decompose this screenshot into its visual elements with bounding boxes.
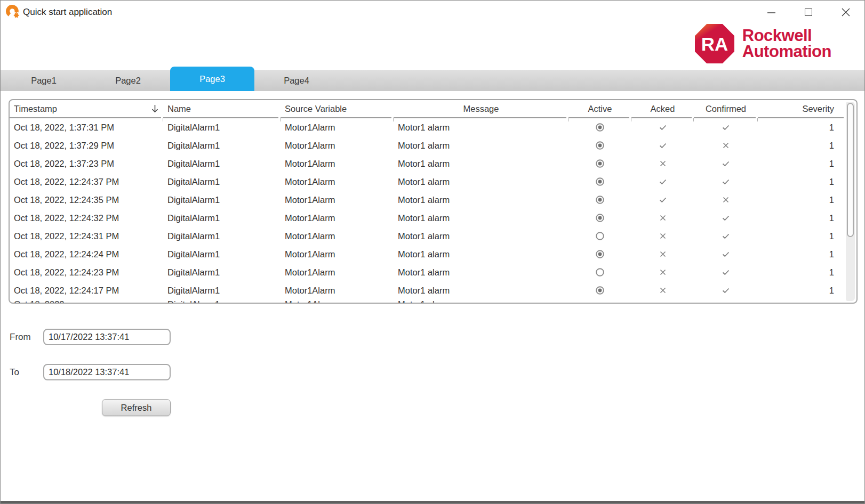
close-icon	[842, 8, 850, 17]
timestamp-cell: Oct 18, 2022, 12:24:37 PM	[10, 173, 163, 191]
name-cell: DigitalAlarm1	[163, 136, 281, 155]
active-cell	[568, 136, 631, 155]
check-icon	[721, 231, 731, 241]
name-cell: DigitalAlarm1	[163, 245, 281, 263]
source-variable-cell: Motor1Alarm	[281, 136, 394, 155]
tab-page2[interactable]: Page2	[86, 70, 170, 91]
source-variable-cell: Motor1Alarm	[281, 263, 394, 281]
tabs: Page1Page2Page3Page4	[1, 70, 864, 91]
timestamp-cell: Oct 18, 2022, 12:24:35 PM	[10, 191, 163, 209]
table-row[interactable]: Oct 18, 2022, 12:24:37 PMDigitalAlarm1Mo…	[10, 173, 856, 191]
active-cell	[568, 191, 631, 209]
check-icon	[721, 249, 731, 259]
table-row-clipped[interactable]: Oct 18, 2022DigitalAlarm1Motor1AlarmMoto…	[10, 299, 856, 304]
tab-page3[interactable]: Page3	[170, 67, 254, 91]
severity-cell: 1	[758, 245, 844, 263]
table-row[interactable]: Oct 18, 2022, 1:37:29 PMDigitalAlarm1Mot…	[10, 136, 856, 155]
timestamp-cell: Oct 18, 2022, 12:24:17 PM	[10, 281, 163, 299]
col-header-active[interactable]: Active	[568, 100, 631, 118]
confirmed-cell	[694, 155, 758, 173]
acked-cell	[631, 191, 694, 209]
check-icon	[721, 177, 731, 186]
x-icon	[721, 195, 731, 205]
table-row[interactable]: Oct 18, 2022, 12:24:17 PMDigitalAlarm1Mo…	[10, 281, 856, 299]
check-icon	[721, 286, 731, 295]
source-variable-cell: Motor1Alarm	[281, 191, 394, 209]
source-variable-cell: Motor1Alarm	[281, 155, 394, 173]
titlebar: Quick start application	[1, 1, 864, 24]
from-label: From	[10, 332, 31, 343]
table-scrollbar[interactable]	[846, 102, 855, 301]
message-cell: Motor1 alarm	[394, 263, 568, 281]
check-icon	[658, 141, 668, 150]
x-icon	[658, 286, 668, 295]
name-cell: DigitalAlarm1	[163, 227, 281, 245]
severity-cell: 1	[758, 191, 844, 209]
table-row[interactable]: Oct 18, 2022, 12:24:35 PMDigitalAlarm1Mo…	[10, 191, 856, 209]
maximize-button[interactable]	[790, 1, 827, 24]
severity-cell: 1	[758, 209, 844, 227]
col-header-source-variable[interactable]: Source Variable	[281, 100, 394, 118]
active-cell	[568, 118, 631, 136]
maximize-icon	[805, 9, 812, 16]
confirmed-cell	[694, 173, 758, 191]
source-variable-cell: Motor1Alarm	[281, 245, 394, 263]
col-header-name[interactable]: Name	[163, 100, 281, 118]
window-title: Quick start application	[23, 1, 112, 24]
confirmed-cell	[694, 118, 758, 136]
brand-logo: RA Rockwell Automation	[695, 24, 831, 63]
app-icon	[6, 5, 21, 20]
x-icon	[658, 231, 668, 241]
timestamp-cell: Oct 18, 2022, 12:24:23 PM	[10, 263, 163, 281]
col-header-message[interactable]: Message	[394, 100, 568, 118]
active-off-icon	[595, 267, 605, 277]
timestamp-cell: Oct 18, 2022, 1:37:31 PM	[10, 118, 163, 136]
tab-page1[interactable]: Page1	[2, 70, 86, 91]
message-cell: Motor1 alarm	[394, 227, 568, 245]
active-on-icon	[595, 249, 605, 259]
refresh-button[interactable]: Refresh	[102, 399, 171, 416]
minimize-button[interactable]	[752, 1, 790, 24]
confirmed-cell	[694, 209, 758, 227]
table-row[interactable]: Oct 18, 2022, 1:37:31 PMDigitalAlarm1Mot…	[10, 118, 856, 136]
source-variable-cell: Motor1Alarm	[281, 209, 394, 227]
table-row[interactable]: Oct 18, 2022, 1:37:23 PMDigitalAlarm1Mot…	[10, 155, 856, 173]
scrollbar-thumb[interactable]	[847, 103, 854, 237]
timestamp-cell: Oct 18, 2022	[10, 300, 163, 304]
message-cell: Motor1 alarm	[394, 173, 568, 191]
from-input[interactable]	[43, 329, 171, 345]
table-row[interactable]: Oct 18, 2022, 12:24:24 PMDigitalAlarm1Mo…	[10, 245, 856, 263]
check-icon	[658, 195, 668, 205]
active-on-icon	[595, 213, 605, 223]
check-icon	[658, 123, 668, 132]
col-header-acked[interactable]: Acked	[631, 100, 694, 118]
check-icon	[721, 123, 731, 132]
table-header-row: Timestamp Name Source Variable Message A…	[10, 100, 856, 118]
acked-cell	[631, 263, 694, 281]
source-variable-cell: Motor1Alarm	[281, 281, 394, 299]
active-cell	[568, 155, 631, 173]
table-body: Oct 18, 2022, 1:37:31 PMDigitalAlarm1Mot…	[10, 118, 856, 304]
message-cell: Motor1 alarm	[394, 281, 568, 299]
to-input[interactable]	[43, 364, 171, 380]
app-window: Quick start application RA	[0, 0, 865, 504]
timestamp-cell: Oct 18, 2022, 12:24:31 PM	[10, 227, 163, 245]
tab-page4[interactable]: Page4	[254, 70, 339, 91]
timestamp-cell: Oct 18, 2022, 12:24:32 PM	[10, 209, 163, 227]
col-header-confirmed[interactable]: Confirmed	[694, 100, 758, 118]
col-header-severity[interactable]: Severity	[758, 100, 844, 118]
acked-cell	[631, 136, 694, 155]
table-row[interactable]: Oct 18, 2022, 12:24:23 PMDigitalAlarm1Mo…	[10, 263, 856, 281]
acked-cell	[631, 173, 694, 191]
message-cell: Motor1 alarm	[394, 118, 568, 136]
table-row[interactable]: Oct 18, 2022, 12:24:31 PMDigitalAlarm1Mo…	[10, 227, 856, 245]
confirmed-cell	[694, 136, 758, 155]
col-header-timestamp[interactable]: Timestamp	[10, 100, 163, 118]
x-icon	[721, 141, 731, 150]
acked-cell	[631, 118, 694, 136]
table-row[interactable]: Oct 18, 2022, 12:24:32 PMDigitalAlarm1Mo…	[10, 209, 856, 227]
active-cell	[568, 263, 631, 281]
confirmed-cell	[694, 245, 758, 263]
gear-icon	[13, 12, 20, 18]
close-button[interactable]	[827, 1, 864, 24]
